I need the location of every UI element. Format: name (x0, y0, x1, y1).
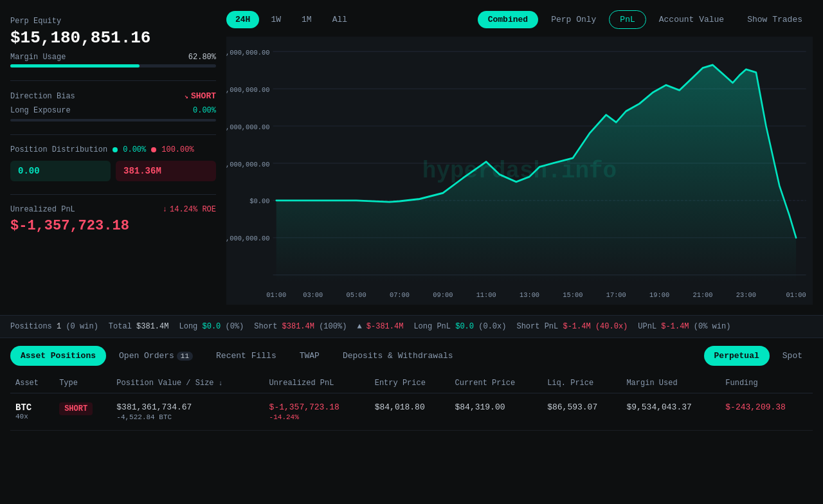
pos-dist-red-dot (151, 147, 156, 152)
view-btn-show-trades[interactable]: Show Trades (737, 11, 813, 28)
svg-text:07:00: 07:00 (390, 291, 410, 300)
svg-text:$8,000,000.00: $8,000,000.00 (226, 48, 269, 57)
col-pos-value: Position Value / Size ↓ (111, 374, 264, 393)
long-exposure-value: 0.00% (193, 106, 216, 115)
cell-asset: BTC 40x (10, 393, 54, 431)
svg-text:11:00: 11:00 (476, 291, 496, 300)
view-btn-combined[interactable]: Combined (478, 11, 538, 28)
time-btn-all[interactable]: All (323, 11, 356, 28)
svg-text:23:00: 23:00 (736, 291, 756, 300)
long-stat-value: $0.0 (203, 322, 221, 331)
view-btn-account-value[interactable]: Account Value (649, 11, 734, 28)
margin-progress-fill (10, 64, 140, 68)
direction-value: ↘ SHORT (185, 91, 216, 101)
col-funding: Funding (720, 374, 813, 393)
funding-value: $-243,209.38 (725, 402, 786, 412)
cell-entry-price: $84,018.80 (370, 393, 450, 431)
left-panel: Perp Equity $15,180,851.16 Margin Usage … (10, 10, 216, 305)
stats-bar: Positions 1 (0 win) Total $381.4M Long $… (0, 315, 823, 338)
cell-margin-used: $9,534,043.37 (621, 393, 720, 431)
short-stat: Short $381.4M (100%) (254, 322, 347, 331)
pos-dist-red-pct: 100.00% (161, 145, 194, 154)
tabs-section: Asset Positions Open Orders11 Recent Fil… (0, 338, 823, 366)
pos-dist-green-dot (113, 147, 118, 152)
tab-recent-fills[interactable]: Recent Fills (206, 346, 287, 366)
margin-used-value: $9,534,043.37 (626, 402, 691, 412)
margin-usage-label: Margin Usage (10, 53, 66, 62)
pos-val-short: 381.36M (116, 161, 216, 181)
svg-text:15:00: 15:00 (563, 291, 583, 300)
exposure-value: $-381.4M (366, 322, 404, 331)
svg-text:17:00: 17:00 (606, 291, 626, 300)
col-entry-price: Entry Price (370, 374, 450, 393)
col-type: Type (54, 374, 111, 393)
time-buttons: 24H 1W 1M All (226, 11, 356, 28)
perp-equity-label: Perp Equity (10, 17, 216, 26)
upnl-stat: UPnL $-1.4M (0% win) (638, 322, 730, 331)
margin-progress-bg (10, 64, 216, 68)
svg-text:$4,000,000.00: $4,000,000.00 (226, 123, 269, 131)
svg-text:19:00: 19:00 (649, 291, 669, 300)
positions-count: 1 (57, 322, 61, 331)
chart-container: hyperdash.info $8,000,000.00 $6,000,000.… (226, 37, 813, 305)
col-liq-price: Liq. Price (542, 374, 621, 393)
short-pnl-stat: Short PnL $-1.4M (40.0x) (516, 322, 628, 331)
svg-text:01:00: 01:00 (266, 291, 286, 300)
tab-asset-positions[interactable]: Asset Positions (10, 346, 106, 366)
pnl-section: Unrealized PnL ↓ 14.24% ROE $-1,357,723.… (10, 194, 216, 234)
time-btn-1w[interactable]: 1W (262, 11, 290, 28)
direction-bias-label: Direction Bias (10, 92, 75, 101)
col-margin-used: Margin Used (621, 374, 720, 393)
tabs-right: Perpetual Spot (704, 346, 813, 366)
svg-text:$2,000,000.00: $2,000,000.00 (226, 160, 269, 168)
short-pnl-value: $-1.4M (563, 322, 590, 331)
time-btn-1m[interactable]: 1M (293, 11, 321, 28)
tab-twap[interactable]: TWAP (289, 346, 330, 366)
arrow-down-icon: ↘ (185, 93, 188, 100)
liq-price-value: $86,593.07 (547, 402, 597, 412)
total-value: $381.4M (136, 322, 168, 331)
svg-text:$-2,000,000.00: $-2,000,000.00 (226, 235, 269, 243)
unrealized-pnl-label: Unrealized PnL (10, 205, 75, 214)
tab-spot[interactable]: Spot (772, 346, 813, 366)
unrealized-pnl-pct: -14.24% (269, 413, 365, 421)
pos-size: -4,522.84 BTC (116, 413, 258, 421)
margin-usage-pct: 62.80% (188, 53, 216, 62)
long-stat: Long $0.0 (0%) (179, 322, 244, 331)
long-exposure-label: Long Exposure (10, 106, 71, 115)
view-buttons: Combined Perp Only PnL Account Value Sho… (478, 10, 813, 29)
positions-table: Asset Type Position Value / Size ↓ Unrea… (10, 374, 813, 431)
roe-badge: ↓ 14.24% ROE (163, 205, 216, 214)
chart-panel: 24H 1W 1M All Combined Perp Only PnL Acc… (226, 10, 813, 305)
time-btn-24h[interactable]: 24H (226, 11, 259, 28)
cell-type: SHORT (54, 393, 111, 431)
cell-funding: $-243,209.38 (720, 393, 813, 431)
entry-price-value: $84,018.80 (375, 402, 425, 412)
arrow-down-icon-roe: ↓ (163, 205, 167, 214)
asset-name: BTC (15, 402, 49, 413)
chart-controls: 24H 1W 1M All Combined Perp Only PnL Acc… (226, 10, 813, 29)
svg-text:21:00: 21:00 (692, 291, 712, 300)
short-pnl-mult: (40.0x) (595, 322, 628, 331)
cell-current-price: $84,319.00 (450, 393, 543, 431)
tab-perpetual[interactable]: Perpetual (704, 346, 770, 366)
direction-section: Direction Bias ↘ SHORT Long Exposure 0.0… (10, 80, 216, 122)
tabs-left: Asset Positions Open Orders11 Recent Fil… (10, 346, 464, 366)
open-orders-badge: 11 (177, 352, 193, 361)
perp-equity-value: $15,180,851.16 (10, 28, 216, 48)
svg-text:01:00: 01:00 (786, 291, 806, 300)
svg-text:$6,000,000.00: $6,000,000.00 (226, 86, 269, 94)
view-btn-pnl[interactable]: PnL (609, 10, 646, 29)
chart-svg: $8,000,000.00 $6,000,000.00 $4,000,000.0… (226, 37, 813, 305)
total-label: Total $381.4M (109, 322, 169, 331)
current-price-value: $84,319.00 (455, 402, 505, 412)
view-btn-perp-only[interactable]: Perp Only (541, 11, 606, 28)
tab-open-orders[interactable]: Open Orders11 (109, 346, 203, 366)
type-short-badge: SHORT (59, 402, 93, 415)
pos-dist-label-text: Position Distribution (10, 145, 107, 154)
pos-dist-green-pct: 0.00% (123, 145, 146, 154)
sort-icon: ↓ (219, 379, 223, 387)
svg-text:13:00: 13:00 (520, 291, 539, 300)
tab-deposits-withdrawals[interactable]: Deposits & Withdrawals (332, 346, 464, 366)
col-current-price: Current Price (450, 374, 543, 393)
